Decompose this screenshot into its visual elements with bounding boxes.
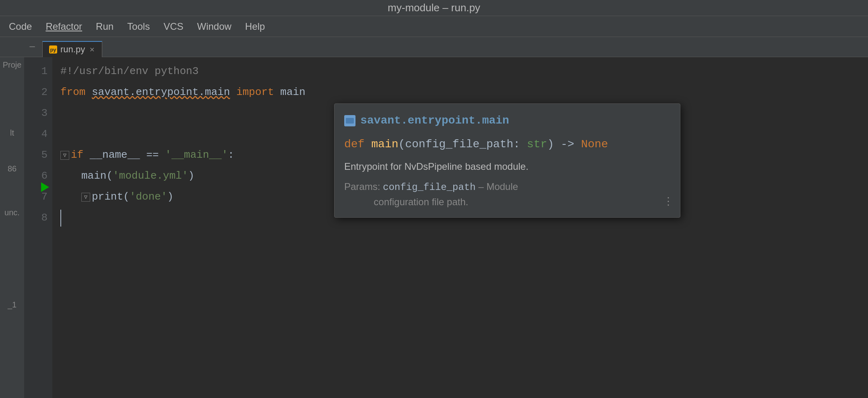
def-close-paren: ) bbox=[547, 138, 561, 151]
popup-module-name: savant.entrypoint.main bbox=[360, 112, 509, 130]
code-main-call: main( bbox=[81, 168, 113, 185]
def-func-name: main bbox=[371, 138, 398, 151]
code-from-kw: from bbox=[60, 84, 92, 101]
module-icon bbox=[344, 115, 355, 126]
python-file-icon: py bbox=[49, 45, 57, 54]
tab-run-py[interactable]: py run.py ✕ bbox=[42, 41, 102, 57]
line-num-1: 1 bbox=[41, 61, 48, 82]
code-lines[interactable]: #!/usr/bin/env python3 from savant.entry… bbox=[52, 57, 868, 398]
tab-label: run.py bbox=[60, 44, 85, 55]
sidebar-strip: Proje lt 86 unc. _1 bbox=[0, 57, 24, 398]
popup-desc-text: Entrypoint for NvDsPipeline based module… bbox=[344, 161, 529, 172]
menu-window[interactable]: Window bbox=[192, 19, 236, 35]
def-type: str bbox=[527, 138, 547, 151]
main-area: Proje lt 86 unc. _1 1 2 3 4 5 6 7 8 #!/u… bbox=[0, 57, 868, 398]
menu-vcs[interactable]: VCS bbox=[159, 19, 188, 35]
code-main-string: '__main__' bbox=[165, 147, 228, 164]
menu-run[interactable]: Run bbox=[91, 19, 118, 35]
sidebar-label-86: 86 bbox=[8, 164, 17, 173]
autocomplete-popup: savant.entrypoint.main def main(config_f… bbox=[334, 103, 680, 218]
code-eq: == bbox=[146, 147, 165, 164]
sidebar-label-lt: lt bbox=[10, 128, 14, 138]
code-close-paren-7: ) bbox=[167, 189, 174, 206]
code-print-call: print( bbox=[92, 189, 130, 206]
def-open-paren: ( bbox=[398, 138, 405, 151]
popup-def-line: def main(config_file_path: str) -> None bbox=[344, 136, 670, 152]
fold-icon-7[interactable]: ▽ bbox=[81, 193, 90, 202]
popup-description: Entrypoint for NvDsPipeline based module… bbox=[344, 159, 670, 174]
collapse-button[interactable]: — bbox=[24, 37, 40, 57]
sidebar-label-1: _1 bbox=[8, 300, 17, 309]
popup-params-label: Params: bbox=[344, 181, 383, 192]
menu-code[interactable]: Code bbox=[4, 19, 37, 35]
module-icon-inner bbox=[346, 118, 354, 124]
menu-refactor[interactable]: Refactor bbox=[41, 19, 87, 35]
code-main-ref: main bbox=[280, 84, 305, 101]
def-colon: : bbox=[513, 138, 527, 151]
text-cursor bbox=[60, 210, 68, 227]
code-module-yml: 'module.yml' bbox=[113, 168, 188, 185]
popup-params-param: config_file_path bbox=[383, 182, 475, 193]
code-line-2: from savant.entrypoint.main import main bbox=[60, 82, 868, 103]
line-num-4: 4 bbox=[41, 124, 48, 145]
sidebar-label-proje: Proje bbox=[3, 60, 22, 70]
code-close-paren-6: ) bbox=[188, 168, 194, 185]
code-shebang: #!/usr/bin/env python3 bbox=[60, 63, 198, 80]
tab-close-button[interactable]: ✕ bbox=[88, 46, 95, 53]
def-arrow: -> bbox=[561, 138, 581, 151]
menu-tools[interactable]: Tools bbox=[122, 19, 155, 35]
sidebar-label-unc: unc. bbox=[4, 208, 20, 217]
title-bar: my-module – run.py bbox=[0, 0, 868, 16]
window-title: my-module – run.py bbox=[388, 2, 480, 14]
line-num-2: 2 bbox=[41, 82, 48, 103]
code-module-path: savant.entrypoint.main bbox=[92, 84, 230, 101]
menu-bar: Code Refactor Run Tools VCS Window Help bbox=[0, 16, 868, 37]
code-line-1: #!/usr/bin/env python3 bbox=[60, 61, 868, 82]
popup-params: Params: config_file_path – Module config… bbox=[344, 179, 670, 209]
code-area: 1 2 3 4 5 6 7 8 #!/usr/bin/env python3 f… bbox=[24, 57, 868, 398]
menu-help[interactable]: Help bbox=[240, 19, 270, 35]
popup-header: savant.entrypoint.main bbox=[344, 112, 670, 130]
line-numbers: 1 2 3 4 5 6 7 8 bbox=[24, 57, 52, 398]
popup-more-button[interactable]: ⋮ bbox=[663, 194, 674, 211]
code-import-kw: import bbox=[230, 84, 280, 101]
code-done-string: 'done' bbox=[130, 189, 167, 206]
tab-bar: — py run.py ✕ bbox=[0, 37, 868, 57]
def-param-name: config_file_path bbox=[405, 138, 513, 151]
code-colon-5: : bbox=[228, 147, 234, 164]
def-return-type: None bbox=[581, 138, 608, 151]
def-keyword: def bbox=[344, 138, 371, 151]
line-num-3: 3 bbox=[41, 103, 48, 124]
